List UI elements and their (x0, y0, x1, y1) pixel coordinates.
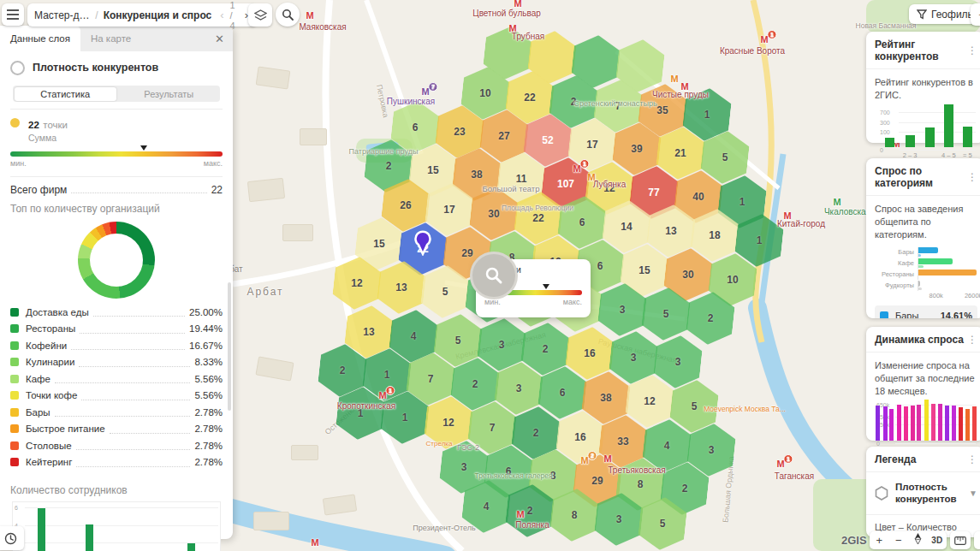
ruler-button[interactable] (950, 531, 971, 549)
segment-statistics[interactable]: Статистика (15, 87, 117, 101)
metro-icon[interactable]: М (670, 74, 678, 84)
category-row[interactable]: Быстрое питание2.78% (10, 421, 223, 438)
tooltip-gradient-marker[interactable] (543, 284, 549, 289)
close-panel-button[interactable]: ✕ (206, 26, 233, 51)
map-label[interactable]: Большой театр (483, 184, 540, 193)
legend-layer-item[interactable]: Плотность конкурентов ▼ (866, 472, 980, 514)
mode-3d-button[interactable]: 3D (928, 531, 947, 549)
metro-icon[interactable]: М (514, 0, 521, 9)
category-row[interactable]: Доставка еды25.00% (10, 304, 223, 321)
bar[interactable] (931, 404, 935, 440)
map-label[interactable]: Пушкинская (387, 97, 435, 106)
zoom-in-button[interactable]: + (870, 531, 889, 549)
bar[interactable] (38, 508, 45, 551)
category-row[interactable]: Бары2.78% (10, 404, 223, 421)
bar[interactable] (952, 406, 956, 440)
layer-radio[interactable] (10, 61, 25, 75)
map-attribution[interactable]: 2GIS (841, 534, 867, 547)
map-label[interactable]: Таганская (775, 471, 814, 481)
bar[interactable] (972, 406, 977, 441)
bar[interactable] (938, 404, 942, 441)
zoom-out-button[interactable]: − (889, 531, 909, 549)
tab-on-map[interactable]: На карте (80, 26, 141, 51)
bar[interactable] (925, 127, 935, 147)
bar[interactable] (876, 406, 880, 440)
map-label[interactable]: Moevenpick Москва Та... (704, 405, 786, 413)
map-label[interactable]: Сретенский монастырь (573, 99, 656, 108)
category-row[interactable]: Кафе5.56% (10, 370, 223, 388)
map-label[interactable]: Третьяковская галерея (474, 471, 552, 480)
compass-button[interactable] (908, 531, 928, 549)
bar[interactable] (965, 409, 970, 441)
map-label[interactable]: Арбат (246, 286, 283, 298)
metro-icon[interactable]: М (516, 509, 524, 519)
metro-icon[interactable]: М1 (776, 459, 784, 469)
ai-tools-button[interactable]: ✦ (971, 3, 980, 26)
bar[interactable] (944, 104, 953, 147)
history-button[interactable] (0, 526, 24, 550)
prev-page-button[interactable]: ‹ (218, 9, 225, 21)
tab-layer-data[interactable]: Данные слоя (0, 26, 80, 51)
bar[interactable] (911, 406, 915, 441)
metro-icon[interactable]: М1 (760, 34, 768, 44)
kebab-menu-icon[interactable]: ⋮ (967, 455, 977, 464)
map-label[interactable]: Президент-Отель (413, 524, 475, 532)
chevron-down-icon[interactable]: ▼ (969, 489, 977, 498)
bar[interactable] (906, 135, 915, 147)
category-row[interactable]: Рестораны19.44% (10, 321, 223, 338)
metro-icon[interactable]: М (603, 453, 611, 464)
bar[interactable] (187, 543, 195, 551)
bar[interactable] (889, 409, 894, 441)
metro-icon[interactable]: М7 (421, 86, 429, 97)
metro-icon[interactable]: М (306, 10, 313, 21)
metro-icon[interactable]: М2 (580, 455, 588, 465)
map-label[interactable]: Кропоткинская (337, 401, 395, 411)
map-label[interactable]: Патриаршие пруды (349, 147, 419, 156)
layers-button[interactable] (248, 3, 272, 27)
map-label[interactable]: Лубянка (593, 180, 626, 189)
bar[interactable] (897, 405, 901, 441)
demand-hbar-chart[interactable]: БарыКафеРестораныФудкорты800k2600k (875, 247, 977, 300)
fullscreen-button[interactable] (974, 531, 980, 549)
bar[interactable] (885, 138, 894, 147)
map-label[interactable]: Чкаловская (824, 207, 870, 216)
map-label[interactable]: Трубная (512, 32, 544, 41)
density-gradient-marker[interactable] (140, 145, 147, 151)
dynamics-bar-chart[interactable]: 650k350k150k0 (875, 402, 977, 443)
category-row[interactable]: Точки кофе5.56% (10, 388, 223, 405)
employees-bar-chart[interactable]: 6420 (12, 501, 221, 551)
metro-icon[interactable]: М1 (573, 163, 580, 174)
kebab-menu-icon[interactable]: ⋮ (967, 46, 977, 55)
metro-icon[interactable]: М1 (378, 390, 386, 400)
selected-hex-pin[interactable] (412, 230, 434, 256)
bar[interactable] (924, 400, 929, 441)
hbar-bar[interactable] (918, 270, 977, 276)
demand-list-row[interactable]: Бары14.61% (875, 305, 977, 318)
menu-button[interactable] (2, 3, 24, 26)
bar[interactable] (904, 406, 908, 441)
map-label[interactable]: Цветной бульвар (472, 9, 541, 18)
category-row[interactable]: Кейтеринг2.78% (10, 454, 223, 471)
bar[interactable] (86, 524, 93, 551)
kebab-menu-icon[interactable]: ⋮ (967, 335, 977, 344)
bar[interactable] (883, 406, 888, 440)
map-label[interactable]: Красные Ворота (720, 46, 785, 56)
kebab-menu-icon[interactable]: ⋮ (967, 173, 977, 181)
map-label[interactable]: Стрелка (426, 440, 453, 447)
map-label[interactable]: Маяковская (299, 22, 346, 32)
search-button[interactable] (276, 3, 300, 27)
map-label[interactable]: Полянка (515, 520, 549, 530)
hbar-bar[interactable] (918, 247, 938, 253)
geofilters-button[interactable]: Геофильтры (909, 4, 980, 24)
metro-icon[interactable]: М (833, 197, 840, 207)
category-row[interactable]: Столовые2.78% (10, 437, 223, 454)
breadcrumb-dashboard[interactable]: Мастер-дашборд СМБ ... (34, 9, 90, 21)
map-label[interactable]: Новая Басманная (856, 21, 917, 30)
hbar-bar[interactable] (918, 258, 953, 264)
bar[interactable] (959, 407, 963, 441)
segment-results[interactable]: Результаты (118, 86, 221, 102)
map-label[interactable]: Площадь Революции (502, 204, 573, 212)
map-label[interactable]: Китай-город (777, 219, 825, 228)
bar[interactable] (945, 406, 949, 440)
map-label[interactable]: ГЭС-2 (457, 443, 479, 452)
